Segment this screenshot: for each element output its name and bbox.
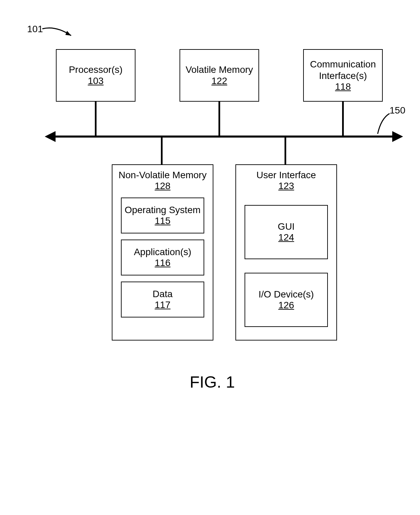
volatile-memory-box: Volatile Memory 122	[180, 49, 259, 102]
io-device-box: I/O Device(s) 126	[245, 273, 328, 327]
connector-processor-bus	[95, 102, 97, 137]
connector-comm-bus	[342, 102, 344, 137]
data-box: Data 117	[121, 282, 204, 317]
connector-bus-ui	[285, 137, 286, 164]
svg-marker-1	[45, 131, 56, 142]
svg-marker-0	[65, 31, 71, 36]
nonvolatile-title-ref: 128	[155, 181, 171, 191]
processor-label: Processor(s)	[69, 64, 123, 75]
communication-interface-ref: 118	[335, 81, 351, 92]
application-box: Application(s) 116	[121, 240, 204, 275]
application-label: Application(s)	[134, 247, 191, 258]
figure-caption: FIG. 1	[190, 373, 235, 391]
gui-box: GUI 124	[245, 205, 328, 259]
connector-bus-nonvolatile	[161, 137, 163, 164]
operating-system-label: Operating System	[125, 205, 201, 215]
operating-system-ref: 115	[155, 215, 171, 226]
user-interface-ref: 123	[278, 181, 294, 191]
io-device-ref: 126	[278, 300, 294, 311]
bus-ref-leader	[374, 110, 395, 137]
nonvolatile-title-label: Non-Volatile Memory	[119, 170, 207, 181]
processor-ref: 103	[88, 76, 104, 86]
communication-interface-box: Communication Interface(s) 118	[303, 49, 383, 102]
system-ref-arrow	[41, 22, 81, 42]
data-ref: 117	[155, 300, 171, 310]
communication-interface-label: Communication Interface(s)	[304, 59, 382, 81]
volatile-memory-label: Volatile Memory	[186, 64, 253, 75]
io-device-label: I/O Device(s)	[258, 289, 314, 300]
operating-system-box: Operating System 115	[121, 198, 204, 233]
application-ref: 116	[155, 258, 171, 268]
volatile-memory-ref: 122	[211, 76, 227, 86]
processor-box: Processor(s) 103	[56, 49, 135, 102]
gui-label: GUI	[278, 221, 295, 232]
data-label: Data	[152, 289, 172, 300]
bus-arrow-left	[45, 130, 58, 144]
user-interface-block: User Interface 123 GUI 124 I/O Device(s)…	[235, 164, 337, 341]
user-interface-label: User Interface	[256, 170, 316, 181]
nonvolatile-memory-block: Non-Volatile Memory 128 Operating System…	[112, 164, 213, 341]
diagram-canvas: 101 Processor(s) 103 Volatile Memory 122…	[0, 0, 420, 515]
connector-volatile-bus	[218, 102, 220, 137]
gui-ref: 124	[278, 232, 294, 243]
